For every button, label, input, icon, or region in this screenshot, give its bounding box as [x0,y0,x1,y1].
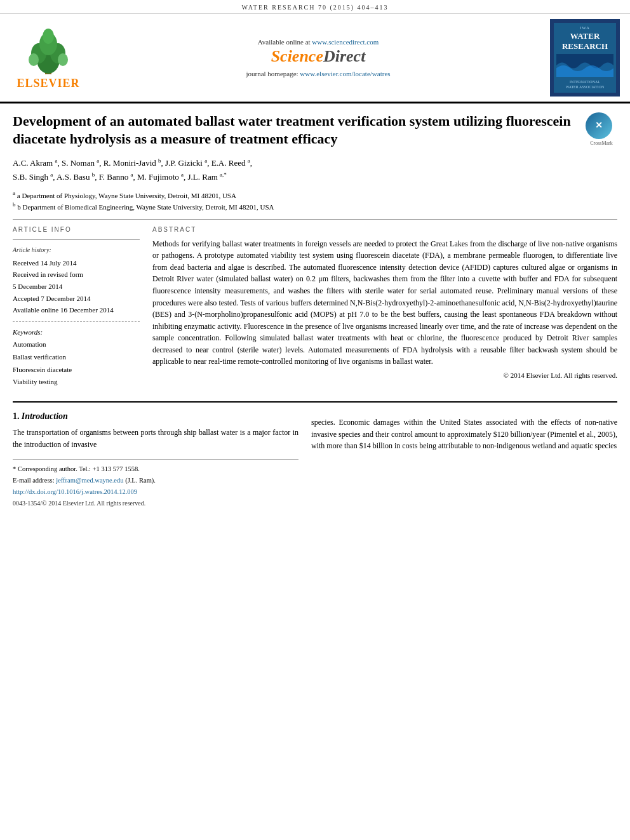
affiliation-a: a a Department of Physiology, Wayne Stat… [13,189,617,201]
affiliation-b: b b Department of Biomedical Engineering… [13,201,617,212]
crossmark: ✕ CrossMark [586,112,617,146]
bottom-section: 1. Introduction The transportation of or… [13,401,617,509]
received-1: Received 14 July 2014 [13,257,140,269]
elsevier-tree-icon [20,25,77,76]
section-heading: Introduction [22,411,68,421]
journal-homepage-link[interactable]: www.elsevier.com/locate/watres [300,70,390,77]
article-info-abstract: ARTICLE INFO Article history: Received 1… [13,226,617,389]
keyword-automation: Automation [13,338,140,351]
center-banner: Available online at www.sciencedirect.co… [86,38,550,77]
keyword-ballast: Ballast verification [13,351,140,364]
intro-paragraph-right: species. Economic damages within the Uni… [311,417,617,452]
received-revised-label: Received in revised form [13,269,140,281]
footnote-section: * Corresponding author. Tel.: +1 313 577… [13,459,298,509]
doi-link-line: http://dx.doi.org/10.1016/j.watres.2014.… [13,486,298,498]
article-info-content: Received 14 July 2014 Received in revise… [13,257,140,316]
body-left: 1. Introduction The transportation of or… [13,411,298,509]
top-banner: ELSEVIER Available online at www.science… [0,14,630,103]
divider-3 [13,321,140,322]
intro-paragraph-left: The transportation of organisms between … [13,427,298,450]
article-title-section: Development of an automated ballast wate… [13,112,617,149]
divider-1 [13,219,617,220]
available-online: Available online 16 December 2014 [13,304,140,316]
article-info-section-label: ARTICLE INFO [13,226,140,233]
crossmark-label: CrossMark [586,140,617,146]
authors: A.C. Akram a, S. Noman a, R. Moniri-Javi… [13,156,617,184]
available-online-text: Available online at www.sciencedirect.co… [86,38,550,46]
article-info-col: ARTICLE INFO Article history: Received 1… [13,226,140,389]
keyword-fluorescein: Fluorescein diacetate [13,364,140,377]
received-revised: 5 December 2014 [13,281,140,293]
svg-point-7 [58,53,68,66]
keywords-label: Keywords: [13,328,140,336]
sciencedirect-title: ScienceDirect [86,47,550,66]
affiliations: a a Department of Physiology, Wayne Stat… [13,189,617,212]
email-link[interactable]: jeffram@med.wayne.edu [56,477,123,484]
issn-text: 0043-1354/© 2014 Elsevier Ltd. All right… [13,498,298,509]
journal-header: WATER RESEARCH 70 (2015) 404–413 [0,0,630,14]
journal-homepage: journal homepage: www.elsevier.com/locat… [86,70,550,77]
email-line: E-mail address: jeffram@med.wayne.edu (J… [13,475,298,486]
accepted: Accepted 7 December 2014 [13,293,140,305]
body-right: species. Economic damages within the Uni… [311,411,617,509]
crossmark-icon: ✕ [586,112,612,139]
copyright: © 2014 Elsevier Ltd. All rights reserved… [152,371,617,379]
abstract-col: ABSTRACT Methods for verifying ballast w… [152,226,617,389]
water-research-logo: IWA WATERRESEARCH INTERNATIONALWATER ASS… [550,19,620,97]
svg-point-5 [43,29,54,44]
svg-point-6 [29,53,39,66]
corresponding-author: * Corresponding author. Tel.: +1 313 577… [13,463,298,475]
elsevier-logo: ELSEVIER [10,25,86,90]
doi-link[interactable]: http://dx.doi.org/10.1016/j.watres.2014.… [13,488,137,495]
water-research-title: WATERRESEARCH [556,31,613,51]
two-col-body: 1. Introduction The transportation of or… [13,411,617,509]
abstract-section-label: ABSTRACT [152,226,617,233]
keyword-viability: Viability testing [13,376,140,389]
section-number: 1. [13,411,20,421]
main-content: Development of an automated ballast wate… [0,103,630,509]
water-wave-icon [556,53,613,77]
article-title: Development of an automated ballast wate… [13,112,579,149]
section-heading-block: 1. Introduction [13,411,298,422]
divider-2 [13,239,140,240]
elsevier-brand-text: ELSEVIER [17,77,79,90]
sciencedirect-url-link[interactable]: www.sciencedirect.com [312,38,379,46]
abstract-text: Methods for verifying ballast water trea… [152,238,617,368]
history-label: Article history: [13,246,140,253]
